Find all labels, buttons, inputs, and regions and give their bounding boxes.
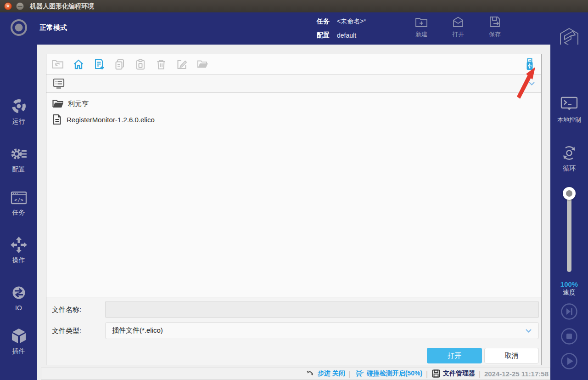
save-task-label: 保存	[489, 30, 501, 39]
usb-icon	[524, 58, 536, 71]
speed-value: 100%	[550, 280, 588, 288]
separator: |	[426, 370, 428, 378]
filetype-select[interactable]: 插件文件(*.elico)	[105, 322, 539, 339]
header-actions: 新建 打开 保存	[408, 15, 509, 39]
code-window-icon: </>	[10, 189, 28, 206]
sidebar-item-label: 运行	[12, 118, 25, 125]
home-button[interactable]	[72, 58, 85, 71]
collision-status[interactable]: 碰撞检测开启(50%)	[354, 369, 422, 378]
sidebar-item-operate[interactable]: 操作	[0, 236, 37, 265]
disk-icon	[431, 369, 441, 378]
sidebar-item-io[interactable]: IO	[0, 284, 37, 312]
sidebar-item-label: 操作	[12, 256, 25, 264]
task-value: <未命名>*	[337, 17, 366, 26]
copy-icon	[114, 58, 126, 70]
task-config-block: 任务 <未命名>* 配置 default	[317, 15, 366, 42]
sidebar-item-label: IO	[15, 304, 22, 312]
sidebar-item-label: 配置	[12, 165, 25, 173]
titlebar: ✕ — 机器人图形化编程环境	[0, 0, 588, 12]
gear-icon	[10, 145, 28, 163]
file-manager-status[interactable]: 文件管理器	[431, 369, 475, 378]
new-file-button[interactable]	[93, 58, 106, 71]
rename-button[interactable]	[175, 58, 188, 71]
save-icon	[488, 15, 502, 29]
filetype-label: 文件类型:	[52, 327, 81, 335]
open-folder-icon	[196, 58, 208, 70]
stop-icon	[560, 328, 578, 345]
collision-label: 碰撞检测开启(50%)	[367, 369, 422, 378]
mode-label: 正常模式	[39, 23, 67, 32]
config-value: default	[337, 32, 356, 39]
list-item-file[interactable]: RegisterMonitor-1.2.6.0.elico	[46, 112, 541, 127]
speed-slider-track[interactable]	[567, 193, 571, 272]
open-button[interactable]: 打开	[427, 348, 482, 363]
open-folder-button[interactable]	[196, 58, 209, 71]
filetype-value: 插件文件(*.elico)	[112, 326, 163, 335]
cancel-button[interactable]: 取消	[484, 348, 539, 363]
list-item-folder[interactable]: 利元亨	[46, 96, 541, 112]
home-icon	[73, 58, 84, 70]
location-dropdown[interactable]	[46, 74, 541, 93]
terminal-icon	[559, 96, 579, 113]
edit-icon	[176, 58, 188, 70]
sidebar-item-run[interactable]: 运行	[0, 97, 37, 126]
mode-icon	[9, 18, 28, 37]
minimize-button[interactable]: —	[16, 2, 24, 10]
play-button[interactable]	[560, 352, 578, 370]
speed-slider-handle[interactable]	[563, 187, 576, 200]
step-label: 步进 关闭	[318, 369, 345, 378]
timestamp: 2024-12-25 11:17:58	[484, 370, 549, 378]
paste-button[interactable]	[134, 58, 147, 71]
sidebar-item-plugin[interactable]: 插件	[0, 328, 37, 356]
usb-device-button[interactable]	[523, 58, 536, 71]
sidebar-item-loop[interactable]: 循环	[550, 144, 588, 173]
folder-back-icon	[52, 58, 64, 70]
sidebar-item-local-control[interactable]: 本地控制	[550, 96, 588, 124]
computer-icon	[52, 78, 65, 90]
step-status[interactable]: 步进 关闭	[306, 369, 345, 378]
config-label: 配置	[317, 31, 330, 40]
speed-label: 速度	[550, 289, 588, 297]
step-icon	[306, 369, 315, 378]
file-list: 利元亨 RegisterMonitor-1.2.6.0.elico	[46, 93, 541, 297]
sidebar-item-label: 本地控制	[557, 116, 581, 123]
copy-button[interactable]	[113, 58, 126, 71]
file-dialog: 利元亨 RegisterMonitor-1.2.6.0.elico 文件名称: …	[46, 54, 542, 365]
sidebar-item-label: 插件	[12, 347, 25, 355]
mode-indicator: 正常模式	[9, 18, 67, 37]
chevron-down-icon[interactable]	[528, 81, 535, 86]
new-task-label: 新建	[415, 30, 427, 39]
app-window: { "window": { "title": "机器人图形化编程环境" }, "…	[0, 0, 588, 380]
collision-robot-icon	[354, 369, 364, 378]
delete-button[interactable]	[155, 58, 168, 71]
file-icon	[52, 114, 62, 125]
sidebar-item-label: 循环	[563, 164, 576, 172]
move-arrows-icon	[10, 236, 28, 254]
open-task-label: 打开	[452, 30, 464, 39]
header: 正常模式 任务 <未命名>* 配置 default 新建 打开	[0, 12, 588, 45]
chevron-down-icon	[525, 329, 532, 333]
sidebar-item-label: 任务	[12, 209, 25, 216]
sidebar-item-config[interactable]: 配置	[0, 145, 37, 174]
file-name: RegisterMonitor-1.2.6.0.elico	[67, 116, 155, 124]
folder-back-button[interactable]	[51, 58, 64, 71]
filename-label: 文件名称:	[52, 306, 81, 314]
play-icon	[560, 352, 578, 370]
file-manager-label: 文件管理器	[443, 369, 475, 378]
close-button[interactable]: ✕	[4, 2, 12, 10]
left-sidebar: 运行 配置 </> 任务 操作	[0, 45, 37, 380]
folder-plus-icon	[414, 15, 428, 29]
new-task-button[interactable]: 新建	[408, 15, 435, 39]
paste-icon	[134, 58, 146, 70]
skip-button[interactable]	[560, 303, 578, 320]
file-plus-icon	[93, 58, 105, 70]
file-dialog-form: 文件名称: 文件类型: 插件文件(*.elico) 打开 取消	[46, 297, 541, 365]
io-exchange-icon	[10, 284, 28, 302]
stop-button[interactable]	[560, 328, 578, 345]
filename-input[interactable]	[105, 301, 539, 318]
sidebar-item-task[interactable]: </> 任务	[0, 189, 37, 217]
save-task-button[interactable]: 保存	[481, 15, 509, 39]
status-bar: 步进 关闭 | 碰撞检测开启(50%) | 文件管理器 | 2024-12-25…	[41, 368, 550, 380]
open-task-button[interactable]: 打开	[444, 15, 472, 39]
window-title: 机器人图形化编程环境	[30, 2, 94, 11]
